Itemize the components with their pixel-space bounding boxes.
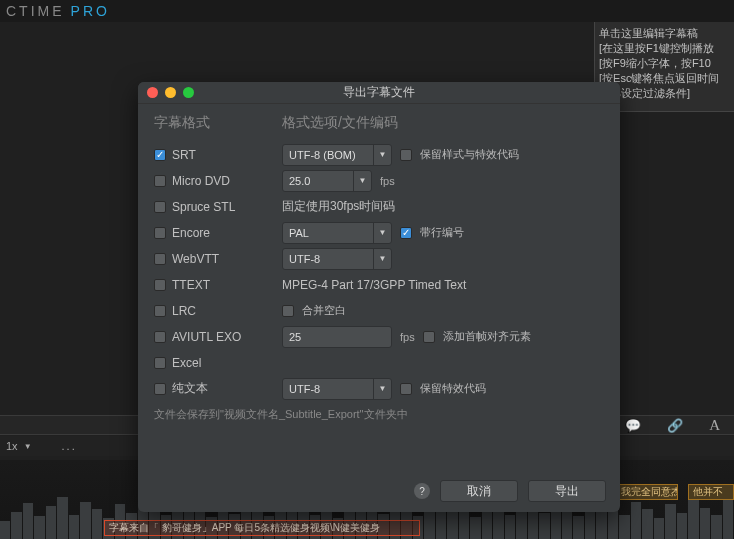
lrc-merge-blank-label: 合并空白 xyxy=(302,303,346,318)
format-lrc-label: LRC xyxy=(172,304,196,318)
format-webvtt-label: WebVTT xyxy=(172,252,219,266)
brand-text-1: CTIME xyxy=(6,3,65,19)
brand-text-2: PRO xyxy=(71,3,110,19)
srt-keep-style-label: 保留样式与特效代码 xyxy=(420,147,519,162)
fps-unit-label: fps xyxy=(400,331,415,343)
format-srt-checkbox[interactable] xyxy=(154,149,166,161)
sprucestl-note: 固定使用30fps时间码 xyxy=(282,198,395,215)
format-ttext-label: TTEXT xyxy=(172,278,210,292)
format-aviutl-checkbox[interactable] xyxy=(154,331,166,343)
section-header-formats: 字幕格式 xyxy=(154,114,282,132)
format-srt-label: SRT xyxy=(172,148,196,162)
format-excel-label: Excel xyxy=(172,356,201,370)
zoom-dropdown-icon[interactable]: ▼ xyxy=(24,442,32,451)
format-encore-label: Encore xyxy=(172,226,210,240)
export-button[interactable]: 导出 xyxy=(528,480,606,502)
link-icon[interactable]: 🔗 xyxy=(667,418,683,433)
plaintext-keep-effects-checkbox[interactable] xyxy=(400,383,412,395)
format-plaintext-label: 纯文本 xyxy=(172,380,208,397)
format-encore-checkbox[interactable] xyxy=(154,227,166,239)
srt-keep-style-checkbox[interactable] xyxy=(400,149,412,161)
export-subtitle-dialog: 导出字幕文件 字幕格式 格式选项/文件编码 SRT UTF-8 (BOM) ▼ … xyxy=(138,82,620,512)
hint-line: [按F9缩小字体，按F10 xyxy=(599,56,730,71)
format-sprucestl-checkbox[interactable] xyxy=(154,201,166,213)
format-plaintext-checkbox[interactable] xyxy=(154,383,166,395)
plaintext-encoding-select[interactable]: UTF-8 ▼ xyxy=(282,378,392,400)
format-microdvd-label: Micro DVD xyxy=(172,174,230,188)
help-icon[interactable]: ? xyxy=(414,483,430,499)
encore-standard-select[interactable]: PAL ▼ xyxy=(282,222,392,244)
srt-encoding-select[interactable]: UTF-8 (BOM) ▼ xyxy=(282,144,392,166)
save-location-note: 文件会保存到"视频文件名_Subtitle_Export"文件夹中 xyxy=(154,407,604,422)
encore-linenum-label: 带行编号 xyxy=(420,225,464,240)
webvtt-encoding-select[interactable]: UTF-8 ▼ xyxy=(282,248,392,270)
format-webvtt-checkbox[interactable] xyxy=(154,253,166,265)
format-aviutl-label: AVIUTL EXO xyxy=(172,330,241,344)
chevron-down-icon: ▼ xyxy=(373,223,391,243)
aviutl-fps-input[interactable]: 25 xyxy=(282,326,392,348)
aviutl-first-frame-label: 添加首帧对齐元素 xyxy=(443,329,531,344)
chevron-down-icon: ▼ xyxy=(353,171,371,191)
hint-line: [在这里按F1键控制播放 xyxy=(599,41,730,56)
hint-line: 单击这里编辑字幕稿 xyxy=(599,26,730,41)
lrc-merge-blank-checkbox[interactable] xyxy=(282,305,294,317)
format-lrc-checkbox[interactable] xyxy=(154,305,166,317)
zoom-icon[interactable] xyxy=(183,87,194,98)
format-ttext-checkbox[interactable] xyxy=(154,279,166,291)
subtitle-clip[interactable]: 我完全同意杰 xyxy=(616,484,678,500)
dialog-titlebar[interactable]: 导出字幕文件 xyxy=(138,82,620,104)
section-header-options: 格式选项/文件编码 xyxy=(282,114,604,132)
format-excel-checkbox[interactable] xyxy=(154,357,166,369)
zoom-more[interactable]: ... xyxy=(62,440,77,452)
microdvd-fps-select[interactable]: 25.0 ▼ xyxy=(282,170,372,192)
dialog-title: 导出字幕文件 xyxy=(138,84,620,101)
minimize-icon[interactable] xyxy=(165,87,176,98)
format-microdvd-checkbox[interactable] xyxy=(154,175,166,187)
chevron-down-icon: ▼ xyxy=(373,249,391,269)
close-icon[interactable] xyxy=(147,87,158,98)
zoom-level[interactable]: 1x xyxy=(6,440,18,452)
plaintext-keep-effects-label: 保留特效代码 xyxy=(420,381,486,396)
aviutl-first-frame-checkbox[interactable] xyxy=(423,331,435,343)
subtitle-clip[interactable]: 他并不 xyxy=(688,484,734,500)
ttext-note: MPEG-4 Part 17/3GPP Timed Text xyxy=(282,278,466,292)
fps-unit-label: fps xyxy=(380,175,395,187)
chevron-down-icon: ▼ xyxy=(373,379,391,399)
encore-linenum-checkbox[interactable] xyxy=(400,227,412,239)
chevron-down-icon: ▼ xyxy=(373,145,391,165)
text-style-icon[interactable]: A xyxy=(709,417,720,434)
subtitle-clip-selected[interactable]: 字幕来自「 豹哥健身」APP 每日5条精选健身视频\N健美健身 xyxy=(104,520,420,536)
cancel-button[interactable]: 取消 xyxy=(440,480,518,502)
comment-icon[interactable]: 💬 xyxy=(625,418,641,433)
format-sprucestl-label: Spruce STL xyxy=(172,200,235,214)
app-titlebar: CTIME PRO xyxy=(0,0,734,22)
